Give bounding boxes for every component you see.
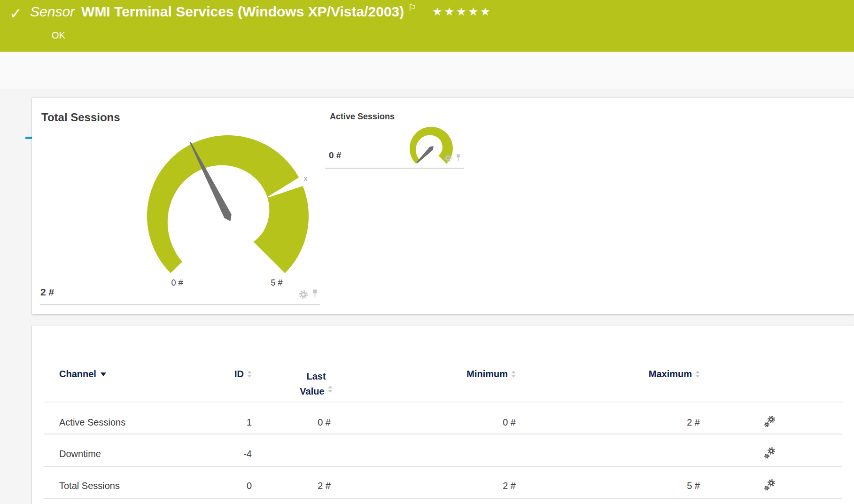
row-divider bbox=[44, 434, 842, 434]
row-divider bbox=[44, 466, 842, 467]
channel-id: 1 bbox=[205, 417, 252, 428]
total-gauge-tools bbox=[298, 289, 318, 300]
column-label: Value bbox=[300, 384, 324, 399]
active-sessions-gauge-title: Active Sessions bbox=[330, 112, 395, 122]
channel-settings-gears-icon[interactable] bbox=[763, 415, 777, 429]
flag-icon[interactable]: ⚐ bbox=[408, 2, 416, 13]
column-header-id[interactable]: ID bbox=[181, 369, 252, 380]
column-label: Minimum bbox=[466, 369, 508, 380]
table-header-divider bbox=[44, 402, 842, 403]
channel-last-value: 0 # bbox=[284, 417, 331, 428]
sort-icon bbox=[695, 371, 700, 378]
active-sessions-gauge bbox=[403, 123, 459, 171]
gauge-block-divider bbox=[40, 304, 320, 305]
column-label: Channel bbox=[59, 369, 96, 380]
channel-name: Total Sessions bbox=[59, 481, 120, 491]
channels-table-panel: Channel ID Last Value Minimum Maximum Ac… bbox=[32, 326, 854, 504]
average-marker: x bbox=[303, 174, 309, 182]
ok-check-icon: ✓ bbox=[9, 5, 22, 23]
column-header-last-value[interactable]: Last Value bbox=[276, 369, 356, 399]
sensor-status-header: ✓ Sensor WMI Terminal Services (Windows … bbox=[0, 0, 854, 52]
total-sessions-gauge-title: Total Sessions bbox=[41, 111, 120, 124]
page-title: WMI Terminal Services (Windows XP/Vista/… bbox=[81, 4, 404, 20]
channel-maximum: 2 # bbox=[653, 417, 700, 428]
active-gauge-tools bbox=[444, 154, 461, 163]
header-title-line: Sensor WMI Terminal Services (Windows XP… bbox=[30, 4, 492, 20]
channel-settings-gear-icon[interactable] bbox=[298, 289, 309, 300]
gauge-scale-min: 0 # bbox=[163, 278, 191, 288]
total-sessions-current-value: 2 # bbox=[40, 287, 54, 298]
column-label: Maximum bbox=[649, 369, 692, 380]
priority-stars[interactable]: ★★★★★ bbox=[432, 5, 492, 18]
pin-icon[interactable] bbox=[455, 154, 461, 162]
gauge-scale-max: 5 # bbox=[263, 278, 291, 288]
channel-id: -4 bbox=[205, 449, 252, 459]
active-sessions-current-value: 0 # bbox=[329, 150, 341, 161]
channel-maximum: 5 # bbox=[653, 481, 700, 491]
channel-name: Downtime bbox=[59, 449, 101, 459]
channel-settings-gear-icon[interactable] bbox=[444, 154, 452, 163]
prtg-sensor-page: ✓ Sensor WMI Terminal Services (Windows … bbox=[0, 0, 854, 504]
channel-minimum: 2 # bbox=[469, 481, 516, 491]
tab-bar: Overview Live Data 2 days 30 days 365 bbox=[0, 52, 854, 89]
column-label: Last bbox=[276, 369, 356, 384]
column-header-maximum[interactable]: Maximum bbox=[606, 369, 700, 380]
column-label: ID bbox=[234, 369, 244, 380]
channel-name: Active Sessions bbox=[59, 417, 125, 428]
status-text: OK bbox=[52, 30, 65, 41]
channel-settings-gears-icon[interactable] bbox=[763, 478, 777, 492]
gauge-block-divider bbox=[325, 168, 464, 169]
channel-settings-gears-icon[interactable] bbox=[763, 446, 777, 460]
sort-icon bbox=[328, 386, 333, 393]
gauges-panel: Total Sessions 0 # 5 # x 2 # Active Sess… bbox=[32, 98, 854, 314]
column-header-channel[interactable]: Channel bbox=[59, 369, 106, 380]
channel-last-value: 2 # bbox=[284, 481, 331, 491]
sort-icon bbox=[511, 371, 516, 378]
channel-minimum: 0 # bbox=[469, 417, 516, 428]
object-kind-label: Sensor bbox=[30, 4, 75, 20]
row-divider bbox=[44, 498, 842, 499]
total-sessions-gauge bbox=[135, 118, 323, 292]
sort-icon bbox=[247, 371, 252, 378]
sort-desc-icon bbox=[101, 372, 106, 376]
column-header-minimum[interactable]: Minimum bbox=[422, 369, 516, 380]
channel-id: 0 bbox=[205, 481, 252, 491]
pin-icon[interactable] bbox=[311, 289, 318, 299]
